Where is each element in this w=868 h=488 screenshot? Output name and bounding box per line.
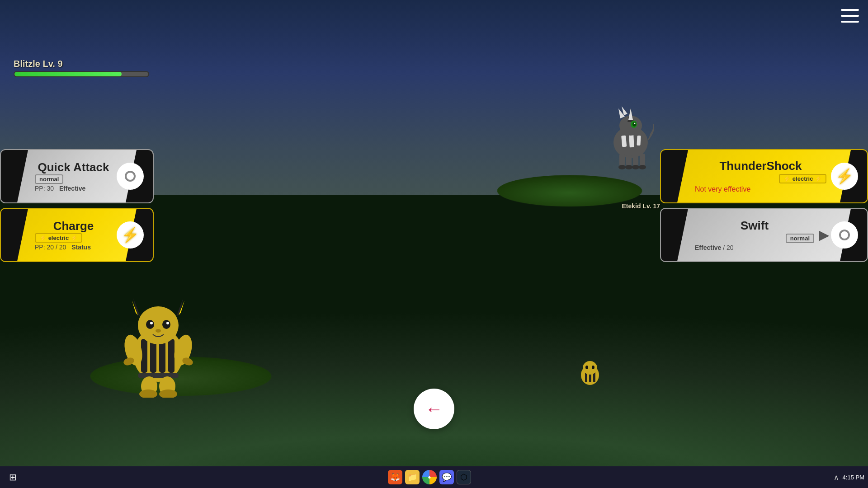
svg-point-9: [634, 123, 636, 124]
move-quick-attack-text: Quick Attack normal PP: 30 Effective: [30, 160, 117, 192]
svg-rect-14: [633, 155, 638, 166]
svg-point-33: [166, 322, 169, 324]
lightning-icon: ⚡: [121, 226, 139, 244]
thundershock-lightning-icon: ⚡: [835, 168, 854, 185]
taskbar-icons: 🦊 📁 ● 💬 ⬡: [25, 470, 834, 484]
move-thundershock[interactable]: ThunderShock ⚡ electric ⚡ Not very effec…: [660, 149, 868, 203]
svg-rect-15: [640, 154, 645, 166]
svg-point-34: [156, 329, 161, 333]
move-swift-text: Swift normal Effective / 20: [690, 219, 819, 251]
svg-point-30: [146, 320, 154, 329]
move-quick-attack-type: normal: [35, 174, 63, 184]
svg-point-17: [625, 165, 632, 169]
swift-arrow-icon: ▶: [819, 228, 829, 243]
svg-rect-12: [619, 154, 625, 166]
svg-rect-2: [629, 135, 634, 147]
move-swift-circle-icon: [831, 221, 858, 249]
move-swift[interactable]: Swift normal Effective / 20 ▶: [660, 208, 868, 262]
svg-point-31: [150, 322, 153, 324]
move-quick-attack-icon: [117, 163, 144, 190]
move-charge-name: Charge: [35, 219, 112, 233]
hp-bar-fill: [14, 72, 122, 76]
move-swift-type: normal: [786, 234, 814, 243]
enemy-hpbar-area: Blitzle Lv. 9: [14, 59, 149, 77]
normal-move-circle: [125, 171, 136, 182]
swift-inner-circle: [839, 230, 850, 240]
taskbar-time: 4:15 PM: [843, 474, 864, 481]
svg-point-48: [583, 361, 597, 375]
svg-point-19: [639, 165, 646, 169]
svg-point-49: [585, 366, 588, 369]
move-swift-icon-area: ▶: [819, 221, 858, 249]
move-quick-attack-name: Quick Attack: [35, 160, 112, 174]
back-button[interactable]: ←: [414, 389, 454, 429]
move-charge-type: ⚡ electric ⚡: [35, 233, 82, 243]
etekid-label: Etekid Lv. 17: [622, 202, 660, 210]
player-pokemon-sprite: [113, 285, 203, 398]
taskbar-right: ∧ 4:15 PM: [834, 473, 864, 482]
enemy-name: Blitzle Lv. 9: [14, 59, 149, 69]
svg-rect-24: [168, 339, 175, 373]
move-swift-pp: Effective / 20: [695, 244, 814, 251]
move-charge-pp: PP: 20 / 20 Status: [35, 244, 112, 251]
taskbar-steam[interactable]: ⬡: [457, 470, 471, 484]
move-thundershock-type: ⚡ electric ⚡: [779, 174, 826, 183]
move-charge-icon: ⚡: [117, 221, 144, 249]
taskbar-discord[interactable]: 💬: [439, 470, 454, 484]
taskbar: ⊞ 🦊 📁 ● 💬 ⬡ ∧ 4:15 PM: [0, 466, 868, 488]
taskbar-files[interactable]: 📁: [405, 470, 420, 484]
back-arrow-icon: ←: [425, 399, 443, 419]
start-button[interactable]: ⊞: [4, 468, 22, 486]
menu-button[interactable]: [841, 9, 859, 23]
svg-point-16: [618, 165, 626, 169]
move-thundershock-effect: Not very effective: [695, 185, 826, 193]
move-quick-attack[interactable]: Quick Attack normal PP: 30 Effective: [0, 149, 154, 203]
move-charge-text: Charge ⚡ electric ⚡ PP: 20 / 20 Status: [30, 219, 117, 251]
taskbar-chevron[interactable]: ∧: [834, 473, 839, 482]
svg-point-18: [632, 165, 639, 169]
move-thundershock-name: ThunderShock: [695, 159, 826, 173]
move-charge[interactable]: Charge ⚡ electric ⚡ PP: 20 / 20 Status ⚡: [0, 208, 154, 262]
svg-point-32: [162, 320, 170, 329]
svg-marker-6: [628, 108, 633, 120]
move-thundershock-icon: ⚡: [831, 163, 858, 190]
svg-rect-3: [637, 136, 641, 145]
small-enemy-sprite: [574, 357, 606, 389]
svg-point-8: [632, 122, 636, 127]
taskbar-firefox[interactable]: 🦊: [388, 470, 402, 484]
hp-bar-container: [14, 71, 149, 77]
move-swift-name: Swift: [695, 219, 814, 233]
svg-point-50: [592, 366, 594, 369]
enemy-pokemon-sprite: [601, 99, 660, 172]
taskbar-chrome[interactable]: ●: [422, 470, 437, 484]
move-quick-attack-pp: PP: 30 Effective: [35, 185, 112, 192]
move-thundershock-text: ThunderShock ⚡ electric ⚡ Not very effec…: [690, 159, 831, 193]
svg-rect-39: [138, 373, 179, 378]
svg-point-25: [138, 306, 179, 344]
svg-rect-13: [626, 155, 632, 166]
